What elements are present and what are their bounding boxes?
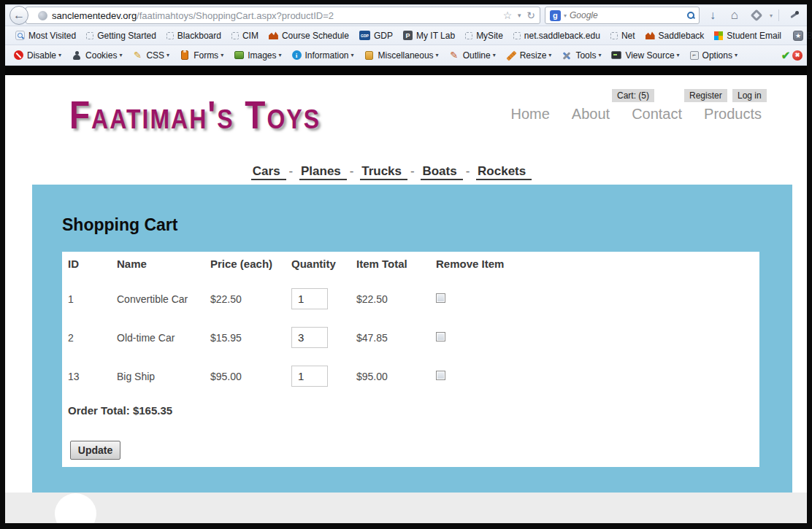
site-orange-icon xyxy=(269,31,278,39)
home-button[interactable]: ⌂ xyxy=(726,8,743,23)
extension-dropdown-icon[interactable]: ▾ xyxy=(770,12,773,19)
bookmark-most-visited[interactable]: Most Visited xyxy=(11,29,80,42)
catnav-rockets-link[interactable]: Rockets xyxy=(476,164,532,180)
miscellaneous-icon xyxy=(364,50,375,61)
bookmark-label: net.saddleback.edu xyxy=(524,31,600,41)
bookmark-net-saddleback[interactable]: net.saddleback.edu xyxy=(509,29,605,42)
catnav-separator: - xyxy=(347,164,357,178)
cart-row: 13 Big Ship $95.00 $95.00 xyxy=(68,357,759,395)
webdev-tools-menu[interactable]: Tools▾ xyxy=(557,49,605,62)
search-box[interactable]: g ▾ xyxy=(545,7,700,24)
webdev-css-menu[interactable]: ✎CSS▾ xyxy=(128,49,174,62)
color-picker-button[interactable] xyxy=(785,10,803,20)
bookmark-my-it-lab[interactable]: PMy IT Lab xyxy=(399,29,459,42)
search-magnifier-icon[interactable] xyxy=(687,12,694,19)
cell-item-total: $47.85 xyxy=(356,332,436,344)
register-button[interactable]: Register xyxy=(684,89,727,102)
site-identity-globe-icon[interactable] xyxy=(38,11,47,20)
bookmark-saddleback[interactable]: Saddleback xyxy=(641,29,709,42)
remove-item-checkbox[interactable] xyxy=(436,332,445,341)
search-input[interactable] xyxy=(570,10,684,20)
webdev-information-menu[interactable]: iInformation▾ xyxy=(288,49,359,62)
bookmarks-menu-button[interactable]: ★Bookmar xyxy=(789,29,812,42)
eyedropper-icon xyxy=(789,10,799,20)
bookmark-course-schedule[interactable]: Course Schedule xyxy=(264,29,353,42)
chevron-down-icon: ▾ xyxy=(58,52,61,58)
catnav-trucks-link[interactable]: Trucks xyxy=(360,164,407,180)
cell-price: $95.00 xyxy=(210,371,291,382)
nav-about-link[interactable]: About xyxy=(572,106,610,123)
css-pencil-icon: ✎ xyxy=(132,50,142,61)
cart-row: 2 Old-time Car $15.95 $47.85 xyxy=(68,318,759,357)
update-button[interactable]: Update xyxy=(70,441,120,460)
webdev-label: Tools xyxy=(575,50,596,61)
extension-button[interactable] xyxy=(748,11,765,20)
remove-item-checkbox[interactable] xyxy=(436,371,445,380)
webdev-resize-menu[interactable]: Resize▾ xyxy=(502,49,556,62)
bookmark-label: Course Schedule xyxy=(282,31,349,41)
bookmark-mysite[interactable]: MySite xyxy=(461,29,508,42)
webdev-outline-menu[interactable]: ✎Outline▾ xyxy=(445,49,500,62)
bookmark-star-icon[interactable]: ☆ xyxy=(503,10,513,20)
google-engine-icon[interactable]: g xyxy=(550,10,561,21)
bookmark-label: MySite xyxy=(476,31,503,41)
nav-home-link[interactable]: Home xyxy=(511,106,550,123)
bookmark-getting-started[interactable]: Getting Started xyxy=(82,29,161,42)
chevron-down-icon: ▾ xyxy=(735,52,738,58)
bookmark-blackboard[interactable]: Blackboard xyxy=(162,29,226,42)
catnav-cars-link[interactable]: Cars xyxy=(251,164,286,180)
quantity-input[interactable] xyxy=(291,288,328,309)
bookmark-student-email[interactable]: Student Email xyxy=(710,29,786,42)
validation-check-icon[interactable]: ✔ xyxy=(781,50,791,61)
cell-price: $22.50 xyxy=(210,293,291,305)
bookmark-default-icon xyxy=(465,32,472,39)
catnav-planes-link[interactable]: Planes xyxy=(299,164,347,180)
bookmark-label: Getting Started xyxy=(97,31,156,41)
reload-icon[interactable]: ↻ xyxy=(526,10,535,20)
nav-products-link[interactable]: Products xyxy=(704,106,762,123)
webdev-options-menu[interactable]: ⌐Options▾ xyxy=(686,49,742,62)
cell-id: 1 xyxy=(68,293,117,305)
webdev-images-menu[interactable]: Images▾ xyxy=(229,49,286,62)
remove-item-checkbox[interactable] xyxy=(436,293,445,303)
quantity-input[interactable] xyxy=(291,327,328,348)
quantity-input[interactable] xyxy=(291,366,328,387)
webdev-label: Information xyxy=(305,50,349,61)
cart-count-button[interactable]: Cart: (5) xyxy=(612,89,654,102)
catnav-separator: - xyxy=(463,164,473,178)
downloads-button[interactable]: ↓ xyxy=(704,9,721,22)
error-count-button[interactable]: ✖ xyxy=(792,50,803,61)
url-path: /faatimahtoys/ShoppingCart.aspx?productI… xyxy=(137,10,334,21)
catnav-boats-link[interactable]: Boats xyxy=(421,164,462,180)
bookmark-label: Most Visited xyxy=(28,31,76,41)
webdev-label: Cookies xyxy=(85,50,117,61)
bookmark-label: CIM xyxy=(242,31,258,41)
chevron-down-icon: ▾ xyxy=(351,52,354,58)
webdev-disable-menu[interactable]: Disable▾ xyxy=(9,49,66,62)
webdev-cookies-menu[interactable]: Cookies▾ xyxy=(67,49,126,62)
nav-contact-link[interactable]: Contact xyxy=(632,106,682,123)
history-dropdown-icon[interactable]: ▼ xyxy=(516,12,522,19)
bookmark-gdp[interactable]: GDPGDP xyxy=(355,29,397,42)
col-id: ID xyxy=(68,258,117,270)
chevron-down-icon: ▾ xyxy=(279,52,282,58)
bookmark-net[interactable]: Net xyxy=(606,29,640,42)
site-logo[interactable]: Faatimah's Toys xyxy=(69,91,321,138)
webdev-view-source-menu[interactable]: View Source▾ xyxy=(607,49,683,62)
bookmark-cim[interactable]: CIM xyxy=(227,29,263,42)
cart-row: 1 Convertible Car $22.50 $22.50 xyxy=(68,279,759,318)
webdev-label: Images xyxy=(248,50,276,61)
login-button[interactable]: Log in xyxy=(732,89,767,102)
url-text[interactable]: sanclementedev.org/faatimahtoys/Shopping… xyxy=(52,10,334,21)
images-icon xyxy=(234,50,244,61)
bookmark-default-icon xyxy=(231,32,239,39)
chevron-down-icon: ▾ xyxy=(493,52,496,58)
webdev-miscellaneous-menu[interactable]: Miscellaneous▾ xyxy=(360,49,443,62)
url-bar[interactable]: sanclementedev.org/faatimahtoys/Shopping… xyxy=(26,7,540,24)
engine-dropdown-icon[interactable]: ▾ xyxy=(564,12,567,19)
toolbar-separator xyxy=(778,9,779,21)
webdev-forms-menu[interactable]: Forms▾ xyxy=(175,49,228,62)
back-button[interactable]: ← xyxy=(9,6,28,25)
category-nav: Cars- Planes- Trucks- Boats- Rockets xyxy=(5,164,778,179)
resize-ruler-icon xyxy=(506,50,516,61)
